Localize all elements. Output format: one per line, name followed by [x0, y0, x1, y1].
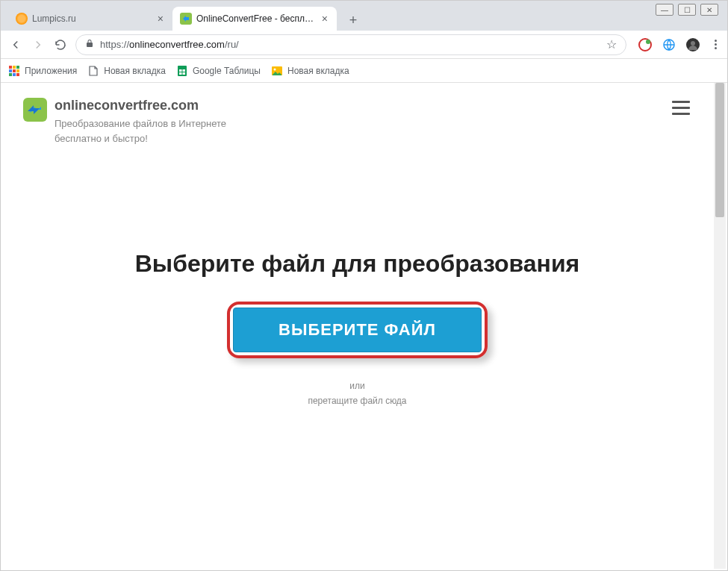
minimize-button[interactable]: — — [656, 4, 673, 16]
svg-rect-8 — [16, 66, 19, 69]
new-tab-button[interactable]: + — [343, 10, 364, 31]
site-logo-icon — [23, 98, 47, 122]
vertical-scrollbar[interactable] — [714, 83, 726, 569]
browser-toolbar: https://onlineconvertfree.com/ru/ ☆ — [1, 31, 727, 59]
tab-title: Lumpics.ru — [32, 13, 152, 24]
svg-rect-10 — [13, 69, 16, 72]
svg-point-2 — [646, 40, 650, 44]
page-content: onlineconvertfree.com Преобразование фай… — [1, 83, 714, 569]
subtitle-line-2: бесплатно и быстро! — [55, 133, 148, 144]
site-header: onlineconvertfree.com Преобразование фай… — [1, 83, 714, 153]
site-menu-button[interactable] — [669, 98, 693, 118]
extension-opera-icon[interactable] — [638, 38, 652, 52]
window-controls: — ☐ ✕ — [656, 4, 718, 16]
sheets-icon — [176, 65, 188, 77]
site-logo-block[interactable]: onlineconvertfree.com Преобразование фай… — [23, 98, 226, 146]
file-icon — [87, 65, 99, 77]
svg-rect-11 — [16, 69, 19, 72]
svg-rect-12 — [9, 73, 12, 76]
apps-icon — [8, 65, 20, 77]
extension-globe-icon[interactable] — [662, 38, 676, 52]
tab-onlineconvertfree[interactable]: OnlineConvertFree - бесплатный × — [172, 7, 337, 31]
url-scheme: https:// — [100, 39, 129, 50]
bookmark-label: Google Таблицы — [193, 66, 261, 76]
tab-strip: Lumpics.ru × OnlineConvertFree - бесплат… — [1, 1, 727, 31]
or-text: или — [1, 381, 714, 391]
browser-menu-button[interactable] — [712, 40, 720, 49]
maximize-button[interactable]: ☐ — [678, 4, 696, 16]
svg-rect-14 — [16, 73, 19, 76]
url-host: onlineconvertfree.com — [129, 39, 225, 50]
drag-hint-text: перетащите файл сюда — [1, 396, 714, 406]
close-tab-icon[interactable]: × — [156, 13, 165, 25]
close-tab-icon[interactable]: × — [320, 13, 329, 25]
bookmark-label: Новая вкладка — [104, 66, 166, 76]
tab-title: OnlineConvertFree - бесплатный — [196, 13, 316, 24]
image-icon — [271, 65, 283, 77]
bookmark-star-icon[interactable]: ☆ — [606, 37, 617, 52]
bookmark-new-tab-1[interactable]: Новая вкладка — [87, 65, 166, 77]
svg-rect-13 — [13, 73, 16, 76]
logo-text-block: onlineconvertfree.com Преобразование фай… — [55, 98, 226, 146]
main-area: Выберите файл для преобразования ВЫБЕРИТ… — [1, 153, 714, 406]
bookmark-new-tab-2[interactable]: Новая вкладка — [271, 65, 349, 77]
forward-button[interactable] — [31, 37, 46, 52]
select-file-highlight: ВЫБЕРИТЕ ФАЙЛ — [227, 302, 488, 358]
site-title: onlineconvertfree.com — [55, 98, 226, 113]
bookmark-google-sheets[interactable]: Google Таблицы — [176, 65, 261, 77]
svg-rect-7 — [13, 66, 16, 69]
svg-point-5 — [691, 41, 695, 46]
svg-rect-9 — [9, 69, 12, 72]
bookmark-label: Приложения — [25, 66, 77, 76]
bookmarks-bar: Приложения Новая вкладка Google Таблицы … — [1, 59, 727, 83]
close-window-button[interactable]: ✕ — [700, 4, 718, 16]
svg-rect-6 — [9, 66, 12, 69]
favicon-convert-icon — [180, 13, 192, 25]
bookmark-label: Новая вкладка — [287, 66, 349, 76]
select-file-button[interactable]: ВЫБЕРИТЕ ФАЙЛ — [233, 308, 482, 352]
site-subtitle: Преобразование файлов в Интернете беспла… — [55, 116, 226, 146]
address-bar[interactable]: https://onlineconvertfree.com/ru/ ☆ — [75, 34, 626, 55]
lock-icon — [85, 39, 94, 50]
tab-lumpics[interactable]: Lumpics.ru × — [8, 7, 172, 31]
reload-button[interactable] — [53, 37, 68, 52]
scrollbar-thumb[interactable] — [715, 83, 724, 217]
back-button[interactable] — [8, 37, 23, 52]
bookmark-apps[interactable]: Приложения — [8, 65, 77, 77]
subtitle-line-1: Преобразование файлов в Интернете — [55, 118, 226, 129]
svg-point-20 — [273, 68, 276, 70]
extension-icons — [634, 38, 704, 52]
main-heading: Выберите файл для преобразования — [1, 250, 714, 278]
favicon-lumpics-icon — [16, 13, 28, 25]
url-path: /ru/ — [225, 39, 239, 50]
url-text: https://onlineconvertfree.com/ru/ — [100, 39, 600, 50]
profile-avatar-icon[interactable] — [686, 38, 700, 52]
